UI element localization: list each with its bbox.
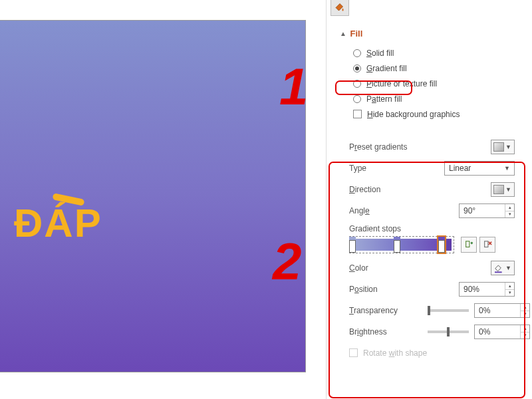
type-dropdown[interactable]: Linear ▼ bbox=[444, 161, 515, 176]
picture-fill-option[interactable]: Picture or texture fill bbox=[353, 76, 519, 91]
gradient-stop-3[interactable] bbox=[438, 237, 445, 253]
fill-category-button[interactable] bbox=[331, 0, 349, 16]
angle-label: Angle bbox=[349, 206, 428, 215]
gradient-track[interactable] bbox=[349, 236, 454, 253]
slide-preview[interactable]: ĐÁP bbox=[0, 20, 306, 372]
spinner-arrows[interactable]: ▴▾ bbox=[505, 283, 514, 296]
transparency-spinner[interactable]: 0% ▴▾ bbox=[474, 303, 530, 318]
solid-fill-option[interactable]: Solid fill bbox=[353, 45, 519, 61]
remove-stop-button[interactable] bbox=[479, 237, 495, 253]
remove-stop-icon bbox=[483, 240, 492, 249]
format-panel: ▲ Fill Solid fill Gradient fill Picture … bbox=[326, 0, 532, 399]
fill-color-icon bbox=[493, 263, 504, 273]
spinner-arrows[interactable]: ▴▾ bbox=[505, 204, 514, 217]
chevron-down-icon: ▼ bbox=[505, 186, 511, 193]
chevron-down-icon: ▼ bbox=[504, 165, 510, 172]
preset-gradients-label: Preset gradients bbox=[349, 142, 428, 152]
radio-icon bbox=[353, 95, 361, 103]
collapse-triangle-icon: ▲ bbox=[340, 30, 346, 37]
angle-spinner[interactable]: 90° ▴▾ bbox=[459, 203, 515, 218]
direction-swatch-icon bbox=[493, 185, 504, 194]
radio-icon bbox=[353, 49, 361, 57]
rotate-with-shape-checkbox: Rotate with shape bbox=[363, 348, 427, 358]
gradient-swatch-icon bbox=[493, 142, 504, 152]
hide-background-checkbox[interactable]: Hide background graphics bbox=[353, 106, 519, 122]
svg-rect-1 bbox=[485, 241, 488, 247]
direction-label: Direction bbox=[349, 185, 428, 194]
color-dropdown[interactable]: ▼ bbox=[491, 261, 515, 275]
chevron-down-icon: ▼ bbox=[505, 265, 511, 271]
pattern-fill-option[interactable]: Pattern fill bbox=[353, 91, 519, 106]
fill-section-header[interactable]: ▲ Fill bbox=[340, 29, 519, 39]
paint-bucket-icon bbox=[334, 1, 346, 13]
svg-rect-2 bbox=[495, 271, 502, 273]
add-stop-icon bbox=[464, 240, 473, 249]
callout-1: 1 bbox=[279, 57, 308, 117]
gradient-settings: Preset gradients ▼ Type Linear ▼ Directi… bbox=[340, 131, 519, 367]
slide-text: ĐÁP bbox=[14, 200, 102, 246]
position-label: Position bbox=[349, 285, 428, 294]
checkbox-icon bbox=[349, 348, 358, 357]
position-spinner[interactable]: 90% ▴▾ bbox=[459, 282, 515, 297]
fill-type-group: Solid fill Gradient fill Picture or text… bbox=[353, 45, 519, 122]
transparency-slider[interactable] bbox=[428, 309, 469, 312]
type-label: Type bbox=[349, 164, 428, 173]
preset-gradients-dropdown[interactable]: ▼ bbox=[491, 140, 515, 154]
gradient-stops-label: Gradient stops bbox=[349, 224, 519, 233]
gradient-stop-2[interactable] bbox=[394, 237, 400, 253]
callout-2: 2 bbox=[273, 231, 301, 292]
gradient-stop-1[interactable] bbox=[349, 237, 356, 253]
chevron-down-icon: ▼ bbox=[505, 144, 511, 150]
svg-rect-0 bbox=[466, 241, 469, 247]
radio-icon bbox=[353, 80, 361, 88]
brightness-slider[interactable] bbox=[428, 331, 469, 333]
gradient-fill-option[interactable]: Gradient fill bbox=[353, 61, 519, 76]
add-stop-button[interactable] bbox=[461, 237, 477, 253]
transparency-label: Transparency bbox=[349, 306, 428, 315]
color-label: Color bbox=[349, 263, 428, 273]
direction-dropdown[interactable]: ▼ bbox=[491, 182, 515, 197]
radio-icon bbox=[353, 65, 361, 72]
brightness-spinner[interactable]: 0% ▴▾ bbox=[474, 325, 530, 339]
spinner-arrows[interactable]: ▴▾ bbox=[520, 325, 529, 338]
checkbox-icon bbox=[353, 110, 362, 118]
brightness-label: Brightness bbox=[349, 327, 428, 336]
spinner-arrows[interactable]: ▴▾ bbox=[520, 304, 529, 317]
